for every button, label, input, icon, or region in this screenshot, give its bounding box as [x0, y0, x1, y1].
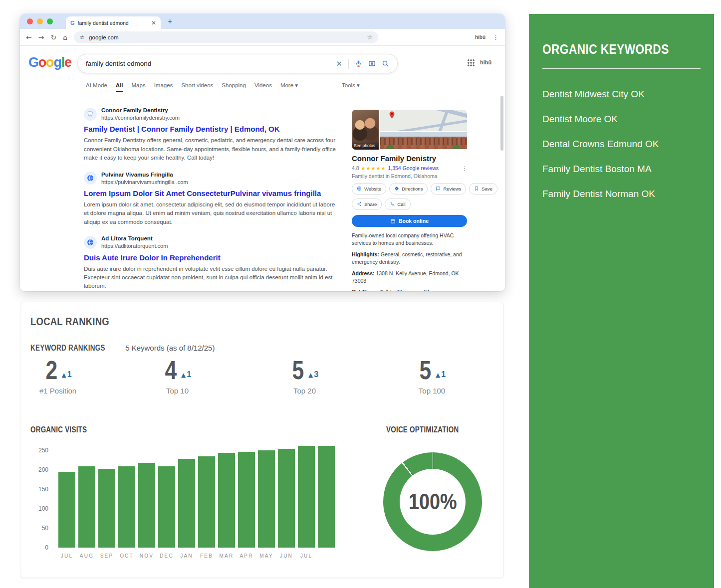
serp-tab-maps[interactable]: Maps — [132, 82, 146, 88]
serp-tab-short-videos[interactable]: Short videos — [181, 82, 213, 88]
window-zoom-button[interactable] — [47, 18, 53, 24]
bar-column: NOV — [138, 463, 155, 548]
panel-menu-icon[interactable]: ⋮ — [462, 165, 468, 171]
bookmark-star-icon[interactable]: ☆ — [367, 33, 373, 41]
save-icon — [474, 186, 479, 192]
serp-tab-more[interactable]: More ▾ — [280, 82, 298, 89]
call-icon — [390, 201, 395, 207]
organic-keywords-title: ORGANIC KEYWORDS — [542, 42, 669, 57]
x-tick-label: JUN — [280, 553, 293, 559]
organic-visits-bar — [58, 472, 75, 548]
serp-tab-images[interactable]: Images — [154, 82, 173, 88]
result-header[interactable]: Connor Family Dentistryhttps://connorfam… — [84, 107, 345, 121]
chip-website[interactable]: Website — [352, 183, 386, 195]
serp-tab-shopping[interactable]: Shopping — [222, 82, 246, 88]
browser-menu-icon[interactable]: ⋮ — [492, 33, 499, 41]
account-chip[interactable]: hibü — [480, 59, 491, 65]
stat-delta: ▲1 — [62, 370, 72, 379]
new-tab-button[interactable]: + — [168, 14, 172, 29]
up-triangle-icon: ▲ — [308, 372, 313, 379]
stat-delta: ▲3 — [308, 370, 318, 379]
bar-column: APR — [238, 452, 255, 548]
bar-column: JAN — [178, 459, 195, 548]
url-text: google.com — [89, 34, 118, 40]
organic-keywords-panel: ORGANIC KEYWORDS Dentist Midwest City OK… — [529, 14, 714, 588]
reload-icon[interactable]: ↻ — [50, 34, 56, 41]
organic-visits-title: ORGANIC VISITS — [30, 425, 87, 434]
forward-arrow-icon[interactable]: → — [38, 34, 44, 41]
browser-tab[interactable]: G family dentist edmond ✕ — [66, 16, 161, 29]
home-icon[interactable]: ⌂ — [63, 34, 67, 41]
result-snippet: Connor Family Dentistry offers general, … — [84, 136, 339, 162]
calendar-icon — [390, 218, 396, 224]
google-logo[interactable]: Google — [28, 55, 71, 70]
stat-label: Top 100 — [419, 387, 445, 395]
business-subtitle: Family dentist in Edmond, Oklahoma — [352, 173, 467, 179]
business-name: Connor Family Denistry — [352, 154, 467, 163]
result-url: https://connorfamilydenistry.com — [101, 114, 180, 121]
logo-letter: g — [53, 55, 61, 70]
lens-icon[interactable] — [368, 60, 376, 67]
stat-top-10: 4▲1Top 10 — [164, 358, 191, 395]
chip-save[interactable]: Save — [469, 183, 497, 195]
site-settings-icon[interactable] — [79, 34, 85, 40]
google-apps-grid-icon[interactable] — [468, 59, 475, 66]
back-arrow-icon[interactable]: ← — [26, 34, 32, 41]
result-url: https://pulvinarvivamusfringilla .com — [101, 179, 188, 186]
clear-search-icon[interactable]: ✕ — [336, 59, 342, 68]
address-bar[interactable]: google.com ☆ — [74, 31, 378, 43]
chip-reviews[interactable]: Reviews — [431, 183, 466, 195]
result-site-name: Pulvinar Vivamus Fringilla — [101, 171, 188, 179]
bar-column: AUG — [78, 466, 95, 548]
building-photo[interactable] — [380, 132, 467, 149]
organic-visits-bar — [218, 453, 235, 548]
get-there-line: Get There: 1 hr 42 min · 24 min — [352, 288, 467, 291]
map-thumbnail[interactable] — [380, 110, 467, 131]
search-results-list: Connor Family Dentistryhttps://connorfam… — [84, 107, 345, 291]
google-search-page: Google family dentist edmond ✕ hibü AI M… — [20, 46, 505, 291]
header-divider — [20, 94, 505, 94]
chip-call[interactable]: Call — [385, 198, 410, 210]
directions-icon — [394, 186, 399, 192]
keyword-item: Dentist Midwest City OK — [542, 82, 701, 107]
highlights-label: Highlights: — [352, 251, 379, 257]
get-there-label: Get There: — [352, 289, 378, 291]
result-title-link[interactable]: Family Dentist | Connor Family Dentistry… — [84, 125, 345, 133]
chip-share[interactable]: Share — [352, 198, 382, 210]
browser-profile-chip[interactable]: hibü — [475, 34, 485, 40]
scrollbar-thumb[interactable] — [500, 96, 503, 151]
stat-number-row: 2▲1 — [44, 358, 72, 383]
knowledge-panel: See photos Connor Family Denistry — [352, 110, 467, 291]
search-result: Ad Litora Torquenthttps://adlitoratorque… — [84, 235, 345, 291]
book-online-button[interactable]: Book online — [352, 215, 467, 227]
organic-visits-bar — [138, 463, 155, 548]
organic-visits-bar — [78, 466, 95, 548]
search-query-text: family dentist edmond — [86, 60, 330, 67]
reviews-link[interactable]: 1,354 Google reviews — [388, 165, 439, 171]
result-title-link[interactable]: Lorem Ipsum Dolor Sit Amet ConsecteturPu… — [84, 189, 345, 197]
chip-label: Reviews — [443, 186, 461, 192]
tab-close-icon[interactable]: ✕ — [151, 20, 156, 26]
local-ranking-title: LOCAL RANKING — [30, 315, 109, 328]
window-minimize-button[interactable] — [37, 18, 43, 24]
stat-label: #1 Position — [39, 387, 76, 395]
search-icon[interactable] — [382, 60, 389, 67]
search-input[interactable]: family dentist edmond ✕ — [77, 54, 398, 73]
chip-directions[interactable]: Directions — [389, 183, 428, 195]
serp-tab-all[interactable]: All — [116, 82, 123, 88]
result-title-link[interactable]: Duis Aute Irure Dolor In Reprehenderit — [84, 253, 345, 262]
y-tick-label: 250 — [38, 447, 48, 454]
business-photo[interactable]: See photos — [352, 110, 379, 150]
result-header[interactable]: Ad Litora Torquenthttps://adlitoratorque… — [84, 235, 345, 249]
serp-tab-ai-mode[interactable]: AI Mode — [86, 82, 107, 88]
window-close-button[interactable] — [27, 18, 33, 24]
transit-time: 1 hr 42 min — [386, 289, 412, 291]
result-header[interactable]: Pulvinar Vivamus Fringillahttps://pulvin… — [84, 171, 345, 186]
bar-column: JUN — [278, 449, 295, 548]
stat-top-20: 5▲3Top 20 — [291, 358, 318, 395]
serp-tab-videos[interactable]: Videos — [254, 82, 272, 88]
tools-menu[interactable]: Tools ▾ — [342, 82, 360, 89]
mic-icon[interactable] — [355, 60, 362, 67]
see-photos-button[interactable]: See photos — [352, 142, 379, 150]
search-nav-tabs: AI ModeAllMapsImagesShort videosShopping… — [86, 82, 298, 89]
